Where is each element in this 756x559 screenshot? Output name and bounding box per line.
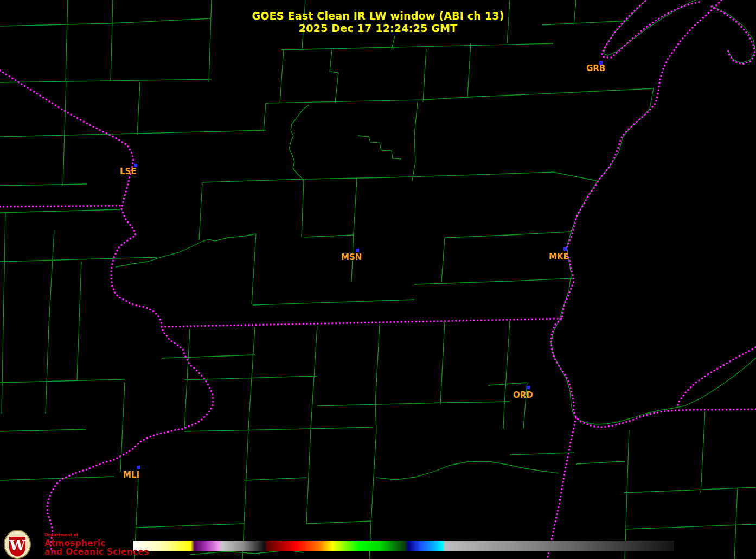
- county-boundary-line: [0, 477, 114, 480]
- county-boundary-line: [510, 453, 574, 455]
- station-label-MSN: MSN: [341, 252, 362, 262]
- county-boundary-line: [576, 461, 625, 464]
- county-boundary-line: [317, 402, 510, 406]
- county-boundary-line: [445, 232, 571, 238]
- county-boundary-line: [0, 184, 87, 186]
- county-boundary-line: [184, 329, 190, 429]
- county-boundary-line: [306, 521, 371, 524]
- temperature-colorbar: [133, 541, 674, 551]
- county-boundary-line: [2, 213, 5, 414]
- crest-letter-w: W: [9, 537, 25, 554]
- county-boundary-line: [302, 181, 304, 237]
- county-boundary-line: [162, 355, 255, 358]
- title-line-2: 2025 Dec 17 12:24:25 GMT: [0, 22, 756, 35]
- county-boundary-line: [244, 478, 306, 480]
- county-boundary-line: [0, 79, 212, 82]
- station-label-MKE: MKE: [549, 252, 569, 262]
- station-markers-layer: GRBLSEMSNMKEORDMLI: [120, 61, 605, 480]
- uw-aos-logo: W Department of Atmospheric and Oceanic …: [3, 530, 149, 559]
- county-boundary-line: [253, 300, 414, 305]
- station-label-MLI: MLI: [123, 470, 139, 480]
- image-title: GOES East Clean IR LW window (ABI ch 13)…: [0, 10, 756, 35]
- county-boundary-line: [503, 321, 510, 429]
- county-boundary-line: [0, 257, 157, 262]
- logo-dept-line: Department of: [44, 533, 149, 537]
- title-line-1: GOES East Clean IR LW window (ABI ch 13): [0, 10, 756, 22]
- county-boundary-line: [330, 50, 338, 103]
- county-boundary-line: [351, 179, 357, 282]
- county-boundary-line: [551, 88, 756, 424]
- county-boundary-line: [136, 524, 244, 528]
- county-boundary-line: [242, 327, 255, 559]
- county-boundary-line: [46, 230, 54, 414]
- county-boundary-line: [280, 50, 284, 103]
- county-boundary-line: [0, 379, 125, 383]
- county-boundary-line: [202, 172, 597, 182]
- county-boundary-line: [369, 324, 380, 559]
- county-boundary-line: [137, 82, 140, 135]
- county-boundary-line: [281, 43, 553, 50]
- state-border-dotted-line: [547, 418, 576, 559]
- state-border-dotted-line: [0, 71, 213, 552]
- station-label-GRB: GRB: [586, 63, 605, 73]
- station-label-LSE: LSE: [120, 167, 137, 176]
- county-boundary-line: [0, 429, 86, 431]
- county-boundary-line: [304, 235, 354, 237]
- county-boundary-line: [625, 430, 629, 559]
- logo-text: Department of Atmospheric and Oceanic Sc…: [44, 530, 149, 556]
- county-boundary-line: [624, 487, 756, 493]
- county-boundary-line: [0, 209, 120, 213]
- county-boundary-line: [701, 411, 705, 493]
- county-boundary-line: [199, 183, 202, 240]
- logo-name-line-1: Atmospheric: [44, 539, 149, 548]
- county-boundary-line: [184, 427, 373, 431]
- county-boundary-line: [440, 322, 445, 404]
- county-boundary-line: [0, 130, 266, 137]
- county-boundary-line: [423, 49, 426, 102]
- county-boundary-line: [412, 102, 418, 181]
- county-boundary-line: [252, 234, 256, 304]
- county-boundary-line: [488, 383, 527, 385]
- county-boundary-line: [392, 36, 395, 50]
- uw-crest-icon: W: [3, 530, 35, 559]
- state-border-dotted-layer: [0, 0, 756, 559]
- county-boundary-line: [289, 105, 309, 181]
- station-marker-MLI: [137, 466, 140, 469]
- county-boundary-line: [358, 136, 401, 159]
- county-boundary-line: [441, 238, 445, 282]
- county-boundary-line: [376, 461, 559, 480]
- county-boundary-line: [467, 43, 471, 97]
- state-border-dotted-line: [677, 347, 755, 408]
- county-boundary-line: [77, 262, 81, 380]
- county-boundary-line: [734, 487, 738, 559]
- county-boundary-line: [63, 81, 66, 186]
- county-boundary-line: [264, 103, 266, 131]
- station-marker-ORD: [527, 386, 530, 389]
- county-boundary-line: [306, 326, 317, 524]
- county-boundary-line: [116, 234, 256, 267]
- station-marker-MSN: [356, 249, 359, 252]
- county-boundary-line: [414, 278, 573, 284]
- state-border-dotted-line: [162, 319, 562, 327]
- logo-name-line-2: and Oceanic Sciences: [44, 548, 149, 556]
- county-boundary-line: [625, 524, 756, 529]
- station-marker-MKE: [563, 247, 567, 251]
- county-boundary-line: [120, 383, 125, 472]
- state-border-dotted-line: [551, 0, 756, 427]
- county-boundary-line: [523, 383, 527, 429]
- station-label-ORD: ORD: [513, 390, 533, 400]
- satellite-map-canvas: GRBLSEMSNMKEORDMLI: [0, 0, 756, 559]
- state-border-dotted-line: [0, 206, 121, 207]
- county-boundaries-layer: [0, 0, 756, 559]
- county-boundary-line: [266, 88, 654, 103]
- satellite-viewer-screen: GRBLSEMSNMKEORDMLI GOES East Clean IR LW…: [0, 0, 756, 559]
